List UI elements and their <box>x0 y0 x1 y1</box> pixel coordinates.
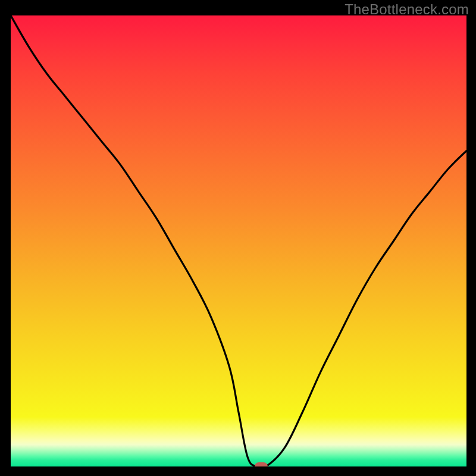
curve-path <box>11 15 466 466</box>
optimal-point-marker <box>255 462 268 466</box>
plot-area <box>11 15 466 466</box>
bottleneck-curve <box>11 15 466 466</box>
chart-frame: TheBottleneck.com <box>0 0 476 476</box>
watermark-text: TheBottleneck.com <box>345 1 469 18</box>
